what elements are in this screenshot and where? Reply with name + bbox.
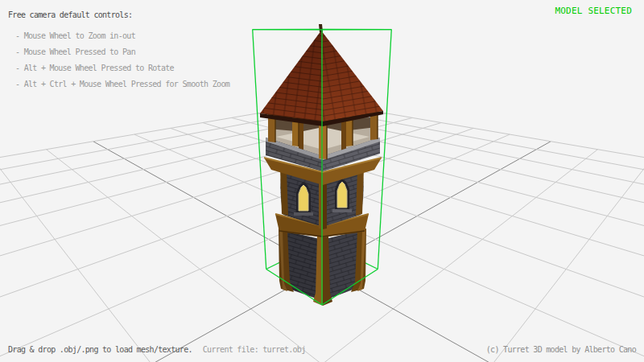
drop-hint-bar: Drag & drop .obj/.png to load mesh/textu… [8,345,306,355]
controls-help-item: - Mouse Wheel Pressed to Pan [15,47,135,57]
controls-help-item: - Alt + Mouse Wheel Pressed to Rotate [15,64,174,73]
viewer-window: Free camera default controls: - Mouse Wh… [0,0,644,362]
current-file-label: Current file: turret.obj [203,345,306,354]
controls-help-item: - Mouse Wheel to Zoom in-out [15,31,135,41]
controls-help-item: - Alt + Ctrl + Mouse Wheel Pressed for S… [15,80,229,89]
controls-help-title: Free camera default controls: [8,10,132,20]
model-credit: (c) Turret 3D model by Alberto Cano [486,345,636,355]
selection-status-badge: MODEL SELECTED [555,6,632,16]
drop-hint-text: Drag & drop .obj/.png to load mesh/textu… [8,345,192,354]
